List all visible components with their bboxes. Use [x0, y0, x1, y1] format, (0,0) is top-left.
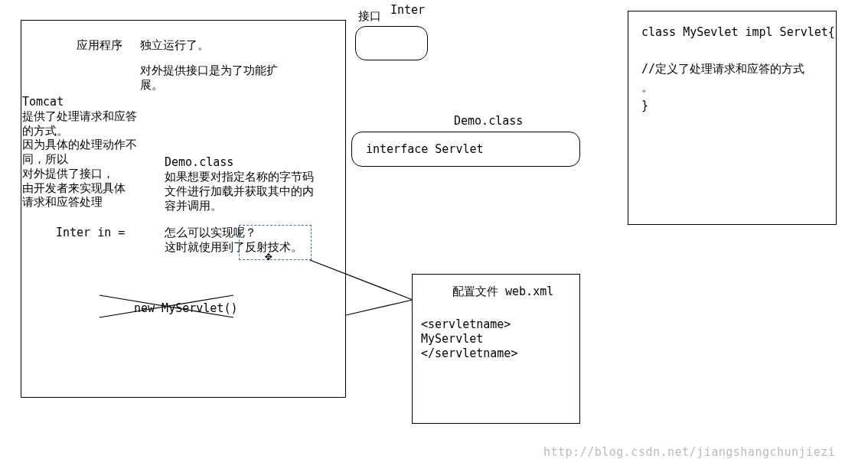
small-top-box	[355, 26, 428, 60]
selection-box	[239, 225, 312, 260]
label-interface: 接口	[358, 9, 381, 24]
config-body: <servletname> MyServlet </servletname>	[421, 317, 517, 360]
label-inter: Inter	[390, 3, 425, 18]
watermark: http://blog.csdn.net/jiangshangchunjiezi	[543, 445, 835, 459]
config-title: 配置文件 web.xml	[452, 285, 553, 299]
new-servlet-text: new MyServlet()	[134, 301, 237, 316]
svg-line-3	[346, 300, 413, 315]
demo-mid-label: Demo.class	[454, 114, 523, 129]
inter-in: Inter in =	[56, 226, 125, 240]
tomcat-text: Tomcat 提供了处理请求和应答 的方式。 因为具体的处理动作不 同，所以 对…	[22, 95, 137, 210]
demo-explain: 如果想要对指定名称的字节码 文件进行加载并获取其中的内 容并调用。	[165, 170, 314, 213]
move-cursor-icon: ✥	[265, 249, 272, 264]
app-title: 应用程序	[77, 38, 122, 53]
app-line2: 对外提供接口是为了功能扩 展。	[140, 63, 278, 93]
demo-left-label: Demo.class	[165, 155, 233, 170]
app-line1: 独立运行了。	[140, 38, 209, 53]
class-code-text: class MySevlet impl Servlet{ //定义了处理请求和应…	[641, 23, 835, 115]
interface-servlet-text: interface Servlet	[366, 142, 484, 157]
